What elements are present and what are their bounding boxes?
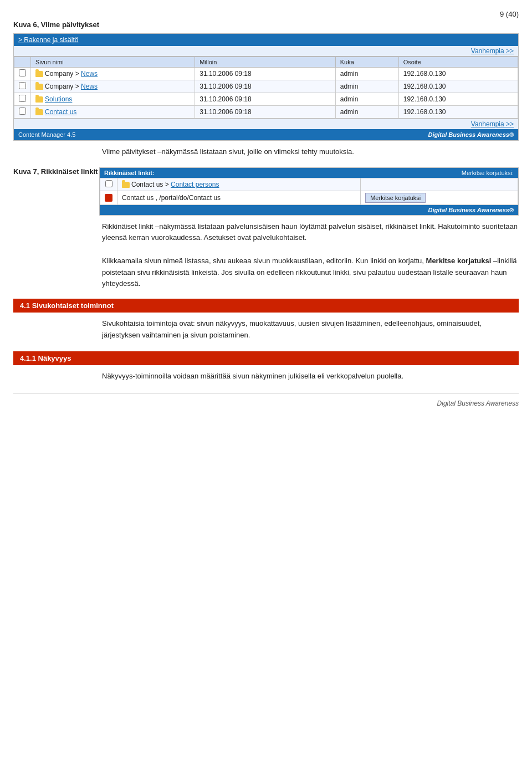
broken-link-name2: Contact us , /portal/do/Contact us: [117, 191, 361, 204]
updates-table: Sivun nimi Milloin Kuka Osoite Company >…: [14, 57, 518, 119]
folder-icon: [35, 71, 43, 77]
bottom-footer: Digital Business Awareness: [13, 393, 519, 407]
row-milloin: 31.10.2006 09:18: [195, 106, 335, 119]
table-row: Company > News31.10.2006 09:18admin192.1…: [14, 68, 518, 80]
row-osoite: 192.168.0.130: [398, 80, 518, 93]
page-number: 9 (40): [500, 10, 519, 18]
broken-links-table: Contact us > Contact personsContact us ,…: [100, 178, 518, 205]
folder-icon: [35, 109, 43, 115]
row-checkbox-cell: [100, 178, 117, 191]
broken-links-toolbar-left: Rikkinäiset linkit:: [104, 170, 154, 176]
row-milloin: 31.10.2006 09:18: [195, 93, 335, 106]
figure6-description: Viime päivitykset –näkymässä listataan s…: [102, 146, 519, 157]
row-milloin: 31.10.2006 09:18: [195, 80, 335, 93]
page-link[interactable]: Solutions: [45, 95, 72, 103]
cms-footer-left: Content Manager 4.5: [18, 131, 75, 138]
row-name-cell: Company > News: [31, 80, 195, 93]
cms-footer: Content Manager 4.5 Digital Business Awa…: [14, 129, 518, 140]
row-milloin: 31.10.2006 09:18: [195, 68, 335, 80]
merkitse-cell: Merkitse korjatuksi: [361, 191, 518, 204]
merkitse-cell-empty: [361, 178, 518, 191]
vanhempia-top-link[interactable]: Vanhempia >>: [471, 47, 514, 55]
table-row: Solutions31.10.2006 09:18admin192.168.0.…: [14, 93, 518, 106]
figure7-description: Rikkinäiset linkit –näkymässä listataan …: [102, 221, 519, 290]
section41-content-text: Sivukohtaisia toimintoja ovat: sivun näk…: [102, 319, 482, 339]
bottom-footer-text: Digital Business Awareness: [437, 400, 519, 407]
row-checkbox[interactable]: [105, 180, 112, 187]
col-kuka: Kuka: [335, 57, 398, 68]
desc2-para1: Rikkinäiset linkit –näkymässä listataan …: [102, 221, 519, 244]
figure7-label: Kuva 7, Rikkinäiset linkit: [13, 167, 99, 176]
vanhempia-bottom-row: Vanhempia >>: [14, 119, 518, 129]
row-checkbox[interactable]: [19, 69, 26, 76]
figure6-screenshot: > Rakenne ja sisältö Vanhempia >> Sivun …: [13, 33, 519, 141]
page-link[interactable]: News: [81, 83, 98, 90]
section41-content: Sivukohtaisia toimintoja ovat: sivun näk…: [102, 318, 519, 341]
figure7-section: Kuva 7, Rikkinäiset linkit Rikkinäiset l…: [13, 167, 519, 216]
row-kuka: admin: [335, 68, 398, 80]
row-checkbox[interactable]: [19, 95, 26, 102]
col-osoite: Osoite: [398, 57, 518, 68]
row-name-cell: Solutions: [31, 93, 195, 106]
row-checkbox-cell: [14, 80, 31, 93]
figure7-label-col: Kuva 7, Rikkinäiset linkit: [13, 167, 99, 216]
section411-header-text: 4.1.1 Näkyvyys: [20, 354, 71, 362]
cms-toolbar: > Rakenne ja sisältö: [14, 34, 518, 46]
col-sivun-nimi: Sivun nimi: [31, 57, 195, 68]
broken-links-toolbar-right: Merkitse korjatuksi:: [462, 170, 514, 176]
desc2-para2: Klikkaamalla sivun nimeä listassa, sivu …: [102, 255, 519, 290]
rakenne-link[interactable]: > Rakenne ja sisältö: [18, 36, 78, 44]
folder-icon: [122, 182, 130, 188]
table-row: Contact us31.10.2006 09:18admin192.168.0…: [14, 106, 518, 119]
row-checkbox[interactable]: [19, 107, 26, 115]
row-checkbox-cell: [14, 68, 31, 80]
col-milloin: Milloin: [195, 57, 335, 68]
broken-links-footer: Digital Business Awareness®: [100, 205, 518, 215]
row-checkbox-cell: [100, 191, 117, 204]
vanhempia-bottom-link[interactable]: Vanhempia >>: [471, 120, 514, 128]
figure6-label: Kuva 6, Viime päivitykset: [13, 21, 519, 29]
row-checkbox[interactable]: [19, 82, 26, 89]
folder-icon: [35, 96, 43, 103]
table-row: Contact us , /portal/do/Contact usMerkit…: [100, 191, 518, 204]
broken-link-icon: [105, 194, 112, 202]
section411-header: 4.1.1 Näkyvyys: [13, 351, 519, 365]
vanhempia-top-row: Vanhempia >>: [14, 46, 518, 57]
page-link[interactable]: News: [81, 70, 98, 78]
row-checkbox-cell: [14, 106, 31, 119]
row-kuka: admin: [335, 80, 398, 93]
section411-content: Näkyvyys-toiminnoilla voidaan määrittää …: [102, 371, 519, 382]
folder-icon: [35, 84, 43, 90]
broken-links-toolbar: Rikkinäiset linkit: Merkitse korjatuksi:: [100, 168, 518, 178]
row-osoite: 192.168.0.130: [398, 93, 518, 106]
broken-link-name: Contact us > Contact persons: [117, 178, 361, 191]
page-link[interactable]: Contact us: [45, 108, 76, 116]
section411-content-text: Näkyvyys-toiminnoilla voidaan määrittää …: [102, 372, 403, 380]
row-name-cell: Company > News: [31, 68, 195, 80]
row-osoite: 192.168.0.130: [398, 106, 518, 119]
table-row: Contact us > Contact persons: [100, 178, 518, 191]
row-kuka: admin: [335, 93, 398, 106]
row-checkbox-cell: [14, 93, 31, 106]
merkitse-korjatuksi-button[interactable]: Merkitse korjatuksi: [365, 193, 426, 203]
broken-links-screenshot: Rikkinäiset linkit: Merkitse korjatuksi:…: [99, 167, 519, 216]
broken-links-footer-text: Digital Business Awareness®: [428, 207, 514, 213]
section41-header: 4.1 Sivukohtaiset toiminnot: [13, 299, 519, 313]
row-kuka: admin: [335, 106, 398, 119]
contact-persons-link[interactable]: Contact persons: [171, 181, 219, 188]
col-checkbox: [14, 57, 31, 68]
table-row: Company > News31.10.2006 09:18admin192.1…: [14, 80, 518, 93]
figure6-desc-text: Viime päivitykset –näkymässä listataan s…: [102, 147, 354, 156]
section41-header-text: 4.1 Sivukohtaiset toiminnot: [20, 301, 114, 310]
cms-footer-right: Digital Business Awareness®: [428, 131, 514, 138]
row-name-cell: Contact us: [31, 106, 195, 119]
row-osoite: 192.168.0.130: [398, 68, 518, 80]
